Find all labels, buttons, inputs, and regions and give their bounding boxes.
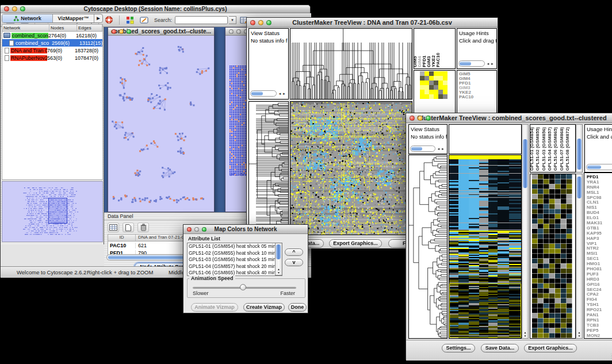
zoom-button[interactable] (266, 20, 271, 25)
matrix-cell[interactable] (438, 90, 443, 94)
gene-label[interactable]: GTB1 (587, 225, 612, 231)
main-titlebar[interactable]: Cytoscape Desktop (Session Name: collins… (1, 5, 310, 13)
scrollbar-arrows-icon[interactable]: ◄ ► (485, 62, 495, 66)
close-button[interactable] (229, 29, 234, 34)
gene-label[interactable]: PEP5 (587, 328, 612, 333)
minimize-button[interactable] (236, 29, 241, 34)
similarity-matrix[interactable] (420, 71, 447, 99)
gene-label[interactable]: PHO81 (587, 266, 612, 271)
scrollbar-thumb[interactable] (460, 62, 471, 66)
gene-label[interactable]: RPO21 (587, 307, 612, 312)
usage-scrollbar[interactable] (586, 163, 612, 171)
gene-label[interactable]: YSH1 (587, 302, 612, 307)
scrollbar-thumb[interactable] (587, 165, 601, 169)
view-status-scrollbar[interactable]: ◄ ► (250, 90, 287, 97)
annotation-icon[interactable] (137, 14, 151, 26)
gene-label[interactable]: PUF3 (587, 271, 612, 277)
gene-label[interactable]: CLN1 (587, 200, 612, 205)
matrix-cell[interactable] (420, 81, 424, 85)
matrix-cell[interactable] (438, 94, 443, 99)
gene-label[interactable]: GPI16 (587, 282, 612, 287)
attribute-item[interactable]: GPL51-01 (GSM854) heat shock 05 min (188, 243, 282, 250)
matrix-cell[interactable] (429, 81, 434, 85)
matrix-cell[interactable] (424, 85, 429, 90)
zoom-vscrollbar[interactable]: ▲▼ (576, 174, 583, 339)
matrix-cell[interactable] (434, 76, 438, 81)
animate-vizmap-button[interactable]: Animate Vizmap (191, 303, 238, 312)
matrix-cell[interactable] (420, 90, 424, 94)
matrix-cell[interactable] (424, 76, 429, 81)
gene-label[interactable]: RPN1 (587, 317, 612, 323)
delete-attribute-icon[interactable] (137, 223, 149, 232)
matrix-cell[interactable] (420, 76, 424, 81)
row-dendrogram-canvas[interactable] (249, 102, 288, 235)
array-label[interactable]: GPL51-01 (GSM854) (530, 127, 534, 171)
treeview1-titlebar[interactable]: ClusterMaker TreeView : DNA and Tran 07-… (247, 18, 498, 28)
dialog-titlebar[interactable]: Map Colors to Network (183, 225, 308, 234)
scrollbar-thumb[interactable] (577, 177, 582, 198)
usage-scrollbar[interactable]: ◄ ► (458, 60, 495, 67)
array-label[interactable]: PAC10 (436, 53, 441, 67)
matrix-cell[interactable] (429, 71, 434, 76)
scrollbar-track[interactable] (586, 164, 612, 170)
column-labels-scrollbar[interactable] (576, 124, 583, 173)
network-view-canvas[interactable] (108, 36, 214, 212)
gene-label[interactable]: RNR4 (587, 185, 612, 190)
export-graphics-button[interactable]: Export Graphics... (329, 239, 382, 248)
network-overview-canvas[interactable] (2, 182, 102, 242)
gene-label[interactable]: NTR2 (587, 246, 612, 251)
matrix-cell[interactable] (438, 71, 443, 76)
zoom-button[interactable] (20, 6, 25, 12)
network-overview-panel[interactable] (2, 181, 103, 242)
heatmap-canvas[interactable] (449, 155, 521, 338)
scrollbar-arrows-icon[interactable]: ▲▼ (276, 267, 282, 274)
attribute-table-icon[interactable] (108, 223, 119, 232)
network-row[interactable]: combined_scores 2764(0) 16218(0) (2, 32, 102, 39)
gene-label[interactable]: TCB3 (587, 323, 612, 328)
gene-label[interactable]: MSL1 (587, 190, 612, 195)
slider-thumb[interactable] (240, 284, 246, 290)
attribute-item[interactable]: GPL51-04 (GSM857) heat shock 20 min (188, 263, 282, 270)
scrollbar-track[interactable] (250, 90, 277, 97)
search-input[interactable] (175, 16, 228, 24)
gene-label[interactable]: ELG1 (587, 215, 612, 220)
matrix-cell[interactable] (443, 76, 447, 81)
done-button[interactable]: Done (288, 303, 307, 312)
vizmapper-icon[interactable] (123, 14, 136, 26)
zoom-button[interactable] (127, 29, 131, 34)
matrix-cell[interactable] (443, 81, 447, 85)
close-button[interactable] (112, 29, 116, 34)
scrollbar-thumb[interactable] (251, 91, 263, 95)
close-button[interactable] (410, 116, 415, 121)
matrix-cell[interactable] (434, 71, 438, 76)
attribute-item[interactable]: GPL51-02 (GSM855) heat shock 10 min (188, 250, 282, 257)
zoom-button[interactable] (202, 227, 206, 232)
network-row[interactable]: RNAPuberNov2+ 563(0) 107847(0) (2, 54, 102, 62)
scrollbar-thumb[interactable] (523, 139, 527, 188)
minimize-button[interactable] (418, 116, 423, 121)
export-graphics-button[interactable]: Export Graphics... (524, 344, 577, 352)
gene-label[interactable]: CPA2 (587, 292, 612, 297)
scrollbar-thumb[interactable] (577, 139, 582, 170)
minimize-button[interactable] (119, 29, 124, 34)
heatmap-canvas[interactable] (290, 102, 412, 235)
treeview2-titlebar[interactable]: ClusterMaker TreeView : combined_scores_… (406, 113, 612, 123)
matrix-cell[interactable] (443, 85, 447, 90)
gene-label[interactable]: BUD4 (587, 210, 612, 215)
array-label[interactable]: GPL51-07 (GSM868) (560, 127, 564, 171)
gene-label[interactable]: MSI1 (587, 251, 612, 256)
matrix-cell[interactable] (424, 94, 429, 99)
gene-label[interactable]: HAP3 (587, 236, 612, 241)
matrix-cell[interactable] (420, 85, 424, 90)
scrollbar-arrows-icon[interactable]: ◄ ► (277, 92, 287, 95)
matrix-cell[interactable] (429, 90, 434, 94)
matrix-cell[interactable] (424, 71, 429, 76)
settings-button[interactable]: Settings... (442, 344, 475, 352)
column-dendrogram-canvas[interactable] (290, 29, 412, 99)
gene-label[interactable]: PAC10 (459, 95, 496, 99)
gene-label[interactable]: YRA1 (587, 179, 612, 185)
matrix-cell[interactable] (438, 76, 443, 81)
scrollbar-thumb[interactable] (411, 147, 422, 151)
dropdown-arrow-icon[interactable]: ▼ (229, 16, 236, 24)
move-up-button[interactable]: ^ (285, 248, 303, 256)
